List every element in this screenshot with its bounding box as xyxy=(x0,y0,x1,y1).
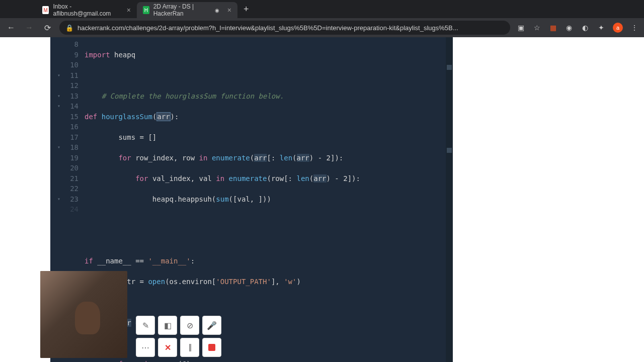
close-icon[interactable]: × xyxy=(227,6,231,14)
extension-2-icon[interactable]: ◉ xyxy=(565,23,574,32)
address-bar: ← → ⟳ 🔒 hackerrank.com/challenges/2d-arr… xyxy=(0,18,644,37)
editor-scrollbar[interactable] xyxy=(446,37,453,362)
camera-icon[interactable]: ▣ xyxy=(516,23,525,32)
profile-avatar[interactable]: a xyxy=(613,23,623,33)
lock-icon: 🔒 xyxy=(65,24,73,32)
fold-icon[interactable]: ▾ xyxy=(57,91,60,102)
tab-title: 2D Array - DS | HackerRan xyxy=(153,3,211,17)
recording-toolbar: ✎ ◧ ⊘ 🎤 ⋯ ✕ || xyxy=(136,316,236,357)
tab-title: Inbox - aflibnush@gmail.com xyxy=(53,3,118,17)
clear-tool-button[interactable]: ⊘ xyxy=(180,316,199,335)
menu-icon[interactable]: ⋮ xyxy=(630,23,639,32)
more-button[interactable]: ⋯ xyxy=(136,338,155,357)
url-text: hackerrank.com/challenges/2d-array/probl… xyxy=(77,24,458,32)
extension-3-icon[interactable]: ◐ xyxy=(581,23,590,32)
bookmark-icon[interactable]: ☆ xyxy=(532,23,541,32)
fold-icon[interactable]: ▾ xyxy=(57,70,60,81)
reload-button[interactable]: ⟳ xyxy=(41,23,53,33)
close-icon[interactable]: × xyxy=(127,6,131,14)
gmail-favicon-icon: M xyxy=(42,6,49,14)
back-button[interactable]: ← xyxy=(5,23,17,32)
puzzle-icon[interactable]: ✦ xyxy=(597,23,606,32)
toolbar-icons: ▣ ☆ ▦ ◉ ◐ ✦ a ⋮ xyxy=(516,23,639,33)
tab-bar: M Inbox - aflibnush@gmail.com × H 2D Arr… xyxy=(0,0,644,18)
cancel-recording-button[interactable]: ✕ xyxy=(158,338,177,357)
hackerrank-favicon-icon: H xyxy=(143,6,149,14)
page-content: 8 9 10 ▾11 12 ▾13 ▾14 15 16 17 ▾18 19 20… xyxy=(0,37,644,362)
fold-icon[interactable]: ▾ xyxy=(57,142,60,153)
tab-gmail[interactable]: M Inbox - aflibnush@gmail.com × xyxy=(36,2,137,18)
fold-icon[interactable]: ▾ xyxy=(57,101,60,112)
mute-button[interactable]: 🎤 xyxy=(202,316,221,335)
forward-button[interactable]: → xyxy=(23,23,35,32)
webcam-video xyxy=(40,271,127,358)
stop-recording-button[interactable] xyxy=(202,338,221,357)
tab-audio-icon: ◉ xyxy=(215,8,219,13)
eraser-tool-button[interactable]: ◧ xyxy=(158,316,177,335)
pen-tool-button[interactable]: ✎ xyxy=(136,316,155,335)
browser-chrome: M Inbox - aflibnush@gmail.com × H 2D Arr… xyxy=(0,0,644,37)
new-tab-button[interactable]: + xyxy=(237,4,255,15)
fold-icon[interactable]: ▾ xyxy=(57,194,60,205)
webcam-overlay[interactable] xyxy=(40,271,127,358)
url-input[interactable]: 🔒 hackerrank.com/challenges/2d-array/pro… xyxy=(59,21,510,35)
code-area[interactable]: import heapq # Complete the hourglassSum… xyxy=(83,37,453,362)
pause-recording-button[interactable]: || xyxy=(180,338,199,357)
extension-1-icon[interactable]: ▦ xyxy=(548,23,557,32)
tab-hackerrank[interactable]: H 2D Array - DS | HackerRan ◉ × xyxy=(137,2,237,18)
